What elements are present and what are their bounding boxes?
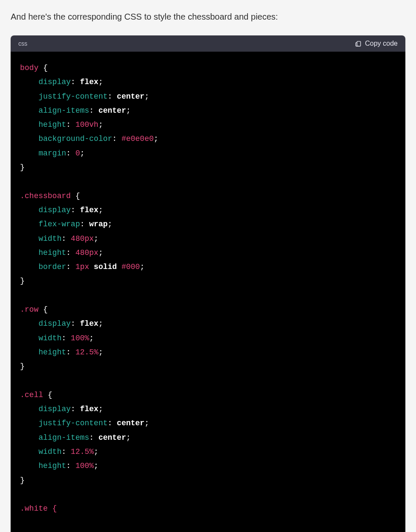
- code-text[interactable]: body { display: flex; justify-content: c…: [20, 61, 396, 516]
- language-label: css: [18, 40, 27, 47]
- code-block-header: css Copy code: [11, 35, 405, 52]
- code-block: css Copy code body { display: flex; just…: [11, 35, 405, 532]
- copy-code-button[interactable]: Copy code: [355, 40, 398, 47]
- intro-text: And here's the corresponding CSS to styl…: [11, 11, 405, 23]
- svg-rect-0: [357, 41, 361, 46]
- clipboard-icon: [355, 40, 362, 47]
- code-body[interactable]: body { display: flex; justify-content: c…: [11, 52, 405, 532]
- copy-code-label: Copy code: [365, 40, 398, 47]
